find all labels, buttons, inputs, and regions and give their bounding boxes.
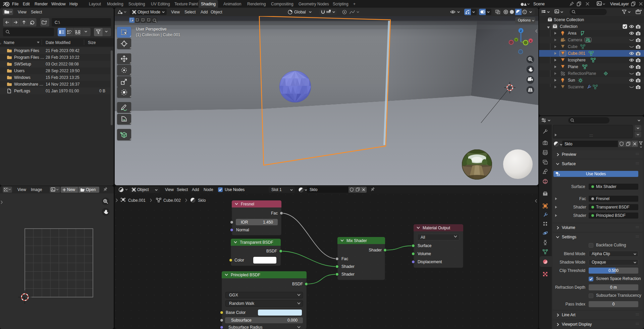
svg-text:IOR: IOR — [241, 220, 248, 225]
svg-text:Fac: Fac — [271, 211, 278, 216]
svg-text:Material Output: Material Output — [423, 226, 450, 230]
svg-text:Sklo: Sklo — [198, 198, 206, 203]
svg-text:Volume: Volume — [418, 251, 431, 256]
svg-text:X: X — [530, 40, 532, 43]
svg-text:GGX: GGX — [229, 293, 238, 297]
svg-text:Z: Z — [520, 29, 522, 33]
svg-text:Fresnel: Fresnel — [241, 202, 254, 206]
svg-text:Base Color: Base Color — [226, 310, 246, 315]
svg-text:Cube.001: Cube.001 — [128, 198, 146, 203]
svg-text:Normal: Normal — [236, 228, 249, 232]
svg-text:BSDF: BSDF — [292, 282, 303, 286]
svg-text:Transparent BSDF: Transparent BSDF — [240, 240, 273, 245]
svg-text:Shader: Shader — [369, 248, 382, 252]
svg-text:Subsurface: Subsurface — [231, 318, 252, 323]
svg-text:Shader: Shader — [341, 272, 355, 277]
svg-text:Subsurface Radius: Subsurface Radius — [228, 325, 262, 329]
svg-text:Displacement: Displacement — [418, 260, 442, 264]
svg-text:Color: Color — [234, 258, 244, 263]
svg-text:1.450: 1.450 — [263, 220, 273, 225]
svg-text:Principled BSDF: Principled BSDF — [231, 273, 260, 277]
svg-text:Fac: Fac — [341, 256, 348, 261]
svg-text:Mix Shader: Mix Shader — [346, 238, 367, 243]
svg-text:All: All — [421, 235, 425, 240]
svg-text:0.000: 0.000 — [287, 318, 298, 323]
svg-text:Surface: Surface — [418, 243, 432, 248]
svg-text:Random Walk: Random Walk — [229, 301, 255, 306]
svg-text:Y: Y — [515, 39, 517, 42]
svg-text:BSDF: BSDF — [266, 249, 277, 253]
svg-text:Cube.002: Cube.002 — [163, 198, 181, 203]
svg-text:Shader: Shader — [341, 264, 355, 269]
